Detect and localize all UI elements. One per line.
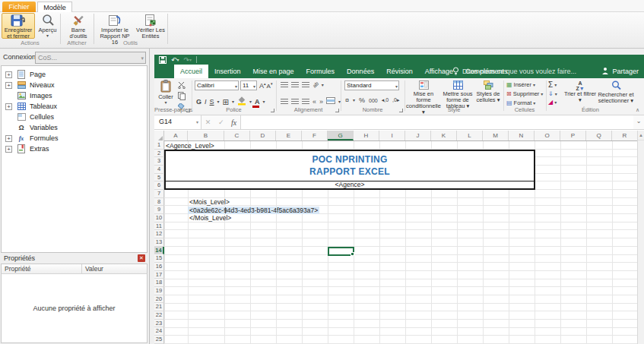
formula-input[interactable] [241, 115, 633, 129]
column-header-g[interactable]: G [328, 131, 354, 140]
sheet-body[interactable]: 1234567891011121314151617181920212223242… [154, 141, 637, 344]
cell-mois-guid[interactable]: <0a2de62c-94d3-4ed3-b981-4f5ac6a393a7> [188, 207, 319, 215]
chevron-down-icon[interactable]: ▾ [232, 99, 234, 104]
row-header-20[interactable]: 20 [154, 295, 164, 304]
merge-center-icon[interactable] [326, 97, 335, 106]
row-header-18[interactable]: 18 [154, 279, 164, 287]
save-icon[interactable] [159, 56, 167, 64]
cut-icon[interactable] [178, 81, 186, 90]
column-header-p[interactable]: P [560, 131, 586, 140]
chevron-down-icon[interactable]: ▾ [322, 83, 324, 87]
expander-icon[interactable]: + [5, 103, 12, 110]
column-header-a[interactable]: A [164, 131, 188, 140]
column-header-o[interactable]: O [535, 131, 560, 140]
sort-filter-button[interactable]: AZ▼ Trier et filtrer ▾ [563, 80, 597, 103]
percent-icon[interactable]: % [359, 96, 365, 104]
tree-item-tableaux[interactable]: +Tableaux [2, 101, 147, 112]
tree-item-niveaux[interactable]: +Niveaux [2, 80, 147, 90]
property-column-header[interactable]: Propriété [2, 264, 82, 273]
format-as-table-button[interactable]: Mettre sous forme de tableau ▾ [441, 80, 474, 109]
font-color-icon[interactable]: A [255, 98, 260, 106]
enter-icon[interactable]: ✓ [218, 118, 224, 126]
vertical-scrollbar[interactable]: ▲ [637, 131, 644, 344]
column-header-b[interactable]: B [188, 131, 224, 140]
column-header-i[interactable]: I [379, 131, 405, 140]
excel-tab-donn-es[interactable]: Données [341, 65, 380, 78]
row-header-14[interactable]: 14 [154, 247, 164, 255]
thousands-separator-icon[interactable]: 000 [369, 98, 378, 103]
font-name-select[interactable]: Calibri▾ [195, 80, 239, 90]
expander-icon[interactable]: + [5, 146, 12, 153]
cancel-icon[interactable]: ✕ [205, 118, 211, 126]
autosum-button[interactable]: Σ▾ [548, 80, 557, 89]
row-header-21[interactable]: 21 [154, 303, 164, 311]
row-header-5[interactable]: 5 [154, 174, 164, 182]
borders-icon[interactable]: ⊞ [223, 98, 229, 106]
copy-icon[interactable] [178, 92, 186, 102]
row-header-24[interactable]: 24 [154, 327, 164, 336]
tree-item-page[interactable]: +Page [2, 69, 147, 80]
chevron-down-icon[interactable]: ▾ [262, 99, 265, 104]
undo-icon[interactable]: ↶▾ [171, 56, 179, 64]
italic-button[interactable]: I [205, 98, 207, 106]
align-right-icon[interactable] [302, 99, 309, 104]
row-header-25[interactable]: 25 [154, 336, 164, 344]
column-header-j[interactable]: J [405, 131, 431, 140]
save-and-close-button[interactable]: Enregistrer et fermer [2, 13, 35, 39]
row-header-6[interactable]: 6 [154, 181, 164, 190]
tab-fichier[interactable]: Fichier [2, 2, 36, 12]
grow-font-icon[interactable]: A▴ [259, 81, 266, 90]
report-title-box[interactable]: POC NPRINTING RAPPORT EXCEL <Agence> [164, 150, 535, 191]
cell-mois-level-close[interactable]: </Mois_Level> [189, 214, 231, 222]
fill-button[interactable]: ⇓▾ [548, 90, 557, 97]
row-header-4[interactable]: 4 [154, 166, 164, 174]
tree-item-extras[interactable]: +Extras [2, 144, 147, 154]
format-cells-button[interactable]: ▤ Format ▾ [506, 99, 543, 106]
row-header-2[interactable]: 2 [154, 150, 164, 158]
row-header-12[interactable]: 12 [154, 230, 164, 238]
expander-icon[interactable]: + [5, 71, 12, 78]
expander-icon[interactable]: + [5, 82, 12, 89]
tell-me-box[interactable]: Dites-nous ce que vous voulez faire... [452, 65, 576, 78]
column-header-h[interactable]: H [354, 131, 379, 140]
decrease-decimal-icon[interactable]: ,0▸ [392, 97, 399, 103]
scroll-up-icon[interactable]: ▲ [638, 131, 644, 140]
column-header-q[interactable]: Q [586, 131, 612, 140]
increase-indent-icon[interactable]: » [319, 98, 323, 106]
insert-function-icon[interactable]: fx [231, 118, 236, 127]
column-header-n[interactable]: N [509, 131, 535, 140]
align-top-icon[interactable] [281, 82, 288, 87]
row-header-8[interactable]: 8 [154, 198, 164, 207]
expander-icon[interactable]: + [5, 135, 12, 142]
excel-tab-mise-en-page[interactable]: Mise en page [247, 65, 300, 78]
column-header-d[interactable]: D [250, 131, 276, 140]
row-header-9[interactable]: 9 [154, 206, 164, 214]
tree-item-cellules[interactable]: +Cellules [2, 112, 147, 122]
column-header-f[interactable]: F [302, 131, 328, 140]
chevron-down-icon[interactable]: ▾ [353, 98, 355, 103]
name-box[interactable]: G14 ▾ [154, 115, 201, 129]
column-header-m[interactable]: M [483, 131, 509, 140]
row-header-11[interactable]: 11 [154, 222, 164, 231]
find-select-button[interactable]: Rechercher et sélectionner ▾ [598, 80, 634, 104]
column-header-l[interactable]: L [457, 131, 483, 140]
font-size-select[interactable]: 11▾ [240, 80, 257, 90]
shrink-font-icon[interactable]: A▾ [267, 81, 273, 90]
value-column-header[interactable]: Valeur [82, 264, 147, 273]
orientation-icon[interactable]: ab [312, 80, 319, 88]
excel-tab-accueil[interactable]: Accueil [174, 65, 208, 78]
dialog-launcher-icon[interactable] [186, 109, 190, 112]
column-header-e[interactable]: E [276, 131, 302, 140]
row-header-3[interactable]: 3 [154, 157, 164, 166]
delete-cells-button[interactable]: ⊠ Supprimer ▾ [506, 90, 543, 97]
insert-cells-button[interactable]: ▦ Insérer ▾ [506, 81, 543, 88]
row-header-7[interactable]: 7 [154, 190, 164, 198]
toolbar-button[interactable]: Barre d'outils [64, 13, 93, 39]
column-header-c[interactable]: C [224, 131, 250, 140]
expand-formula-bar-icon[interactable]: ⌄ [633, 115, 644, 129]
row-header-16[interactable]: 16 [154, 263, 164, 271]
column-header-r[interactable]: R [612, 131, 638, 140]
collapse-ribbon-icon[interactable]: ∧ [636, 107, 639, 113]
selected-cell-g14[interactable] [328, 247, 354, 256]
excel-tab-r-vision[interactable]: Révision [380, 65, 419, 78]
